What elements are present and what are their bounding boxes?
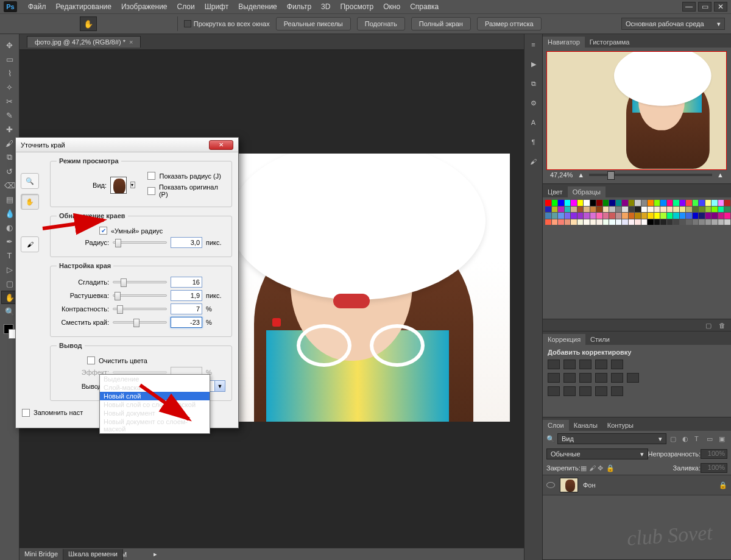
dialog-close-button[interactable]: ✕ — [209, 140, 233, 150]
swatch[interactable] — [641, 207, 648, 213]
swatch[interactable] — [609, 200, 615, 206]
tab-timeline[interactable]: Шкала времени — [63, 549, 123, 560]
swatch[interactable] — [629, 207, 635, 213]
swatch[interactable] — [699, 219, 705, 225]
show-original-checkbox[interactable]: Показать оригинал (P) — [147, 183, 225, 198]
swatch[interactable] — [616, 213, 622, 219]
adj-levels-icon[interactable] — [563, 360, 576, 369]
dialog-zoom-tool[interactable]: 🔍 — [21, 173, 39, 189]
adj-curves-icon[interactable] — [579, 360, 592, 369]
opacity-field[interactable]: 100% — [701, 449, 727, 459]
contrast-input[interactable] — [171, 303, 202, 314]
swatch[interactable] — [584, 200, 590, 206]
swatch[interactable] — [552, 200, 558, 206]
menu-3d[interactable]: 3D — [316, 1, 335, 12]
swatch[interactable] — [641, 200, 648, 206]
menu-file[interactable]: Файл — [23, 1, 51, 12]
tab-navigator[interactable]: Навигатор — [543, 37, 585, 48]
menu-filter[interactable]: Фильтр — [282, 1, 316, 12]
minimize-button[interactable]: — — [682, 2, 696, 12]
swatch[interactable] — [590, 200, 596, 206]
blend-mode-dropdown[interactable]: Обычные▾ — [546, 448, 648, 459]
swatch[interactable] — [622, 219, 628, 225]
swatch[interactable] — [641, 219, 648, 225]
filter-shape-icon[interactable]: ▭ — [707, 435, 715, 442]
swatch[interactable] — [603, 200, 609, 206]
fit-screen-button[interactable]: Подогнать — [357, 17, 405, 30]
swatch[interactable] — [712, 200, 718, 206]
swatch[interactable] — [609, 213, 615, 219]
swatch[interactable] — [693, 219, 699, 225]
swatch[interactable] — [680, 200, 686, 206]
swatch[interactable] — [635, 213, 641, 219]
filter-type-icon[interactable]: T — [694, 435, 703, 442]
swatch[interactable] — [635, 219, 641, 225]
eyedropper-tool[interactable]: ✎ — [1, 108, 18, 122]
swatch[interactable] — [635, 207, 641, 213]
swatch[interactable] — [654, 219, 660, 225]
expand-strip-icon[interactable]: ≡ — [528, 39, 539, 50]
swatch[interactable] — [552, 207, 558, 213]
menu-select[interactable]: Выделение — [233, 1, 282, 12]
swatch[interactable] — [680, 219, 686, 225]
swatch[interactable] — [660, 207, 666, 213]
crop-tool[interactable]: ✂ — [1, 94, 18, 108]
lock-all-icon[interactable]: 🔒 — [606, 464, 615, 472]
swatch[interactable] — [565, 207, 571, 213]
swatch[interactable] — [616, 207, 622, 213]
adj-balance-icon[interactable] — [563, 373, 576, 383]
dialog-refine-brush-tool[interactable]: 🖌 — [21, 236, 39, 252]
swatch[interactable] — [571, 207, 577, 213]
swatch[interactable] — [699, 200, 705, 206]
feather-slider[interactable] — [113, 294, 167, 297]
swatch[interactable] — [686, 200, 692, 206]
close-button[interactable]: ✕ — [714, 2, 727, 12]
swatch[interactable] — [629, 213, 635, 219]
swatch[interactable] — [654, 213, 660, 219]
swatch[interactable] — [648, 213, 654, 219]
tab-mini-bridge[interactable]: Mini Bridge — [19, 549, 63, 560]
swatch[interactable] — [603, 207, 609, 213]
tab-paths[interactable]: Контуры — [602, 420, 638, 431]
swatch[interactable] — [705, 200, 712, 206]
maximize-button[interactable]: ▭ — [698, 2, 712, 12]
chevron-down-icon[interactable]: ▼ — [214, 381, 225, 391]
layer-item-background[interactable]: Фон 🔒 — [543, 475, 731, 495]
remember-settings-checkbox[interactable]: Запомнить наст — [22, 409, 83, 417]
tab-adjustments[interactable]: Коррекция — [543, 334, 585, 345]
swatch[interactable] — [660, 200, 666, 206]
swatch[interactable] — [552, 213, 558, 219]
swatch[interactable] — [596, 207, 602, 213]
tab-channels[interactable]: Каналы — [569, 420, 602, 431]
fill-field[interactable]: 100% — [701, 463, 727, 473]
swatch[interactable] — [648, 207, 654, 213]
swatch[interactable] — [565, 200, 571, 206]
dialog-hand-tool[interactable]: ✋ — [21, 194, 39, 210]
swatch[interactable] — [596, 200, 602, 206]
swatch[interactable] — [545, 219, 551, 225]
swatch[interactable] — [545, 213, 551, 219]
zoom-out-icon[interactable]: ▲ — [577, 171, 584, 179]
lasso-tool[interactable]: ⌇ — [1, 66, 18, 80]
swatch[interactable] — [545, 200, 551, 206]
swatch[interactable] — [673, 200, 679, 206]
swatch[interactable] — [699, 207, 705, 213]
filter-image-icon[interactable]: ▢ — [670, 435, 679, 442]
properties-icon[interactable]: ⚙ — [528, 97, 539, 108]
swatch[interactable] — [584, 207, 590, 213]
swatch[interactable] — [622, 207, 628, 213]
layer-thumbnail[interactable] — [560, 478, 578, 492]
move-tool[interactable]: ✥ — [1, 38, 18, 52]
swatch[interactable] — [680, 207, 686, 213]
swatch[interactable] — [712, 207, 718, 213]
scroll-all-checkbox[interactable]: Прокрутка во всех окнах — [184, 20, 270, 27]
swatch[interactable] — [699, 213, 705, 219]
swatch[interactable] — [686, 207, 692, 213]
new-swatch-icon[interactable]: ▢ — [705, 322, 714, 329]
document-close-icon[interactable]: × — [129, 38, 133, 46]
swatch[interactable] — [673, 213, 679, 219]
swatch[interactable] — [673, 219, 679, 225]
swatch[interactable] — [724, 219, 730, 225]
swatch[interactable] — [577, 219, 584, 225]
navigator-zoom-slider[interactable] — [589, 174, 712, 176]
